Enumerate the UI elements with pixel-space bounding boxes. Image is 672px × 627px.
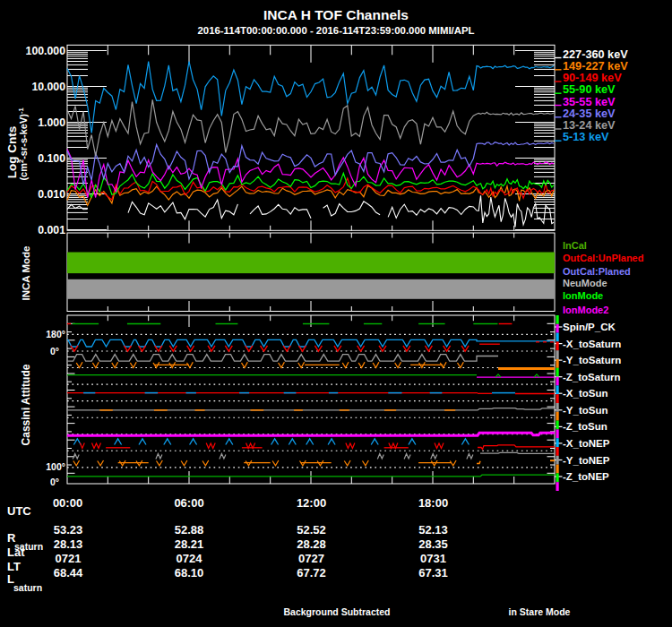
svg-text:0727: 0727	[298, 552, 324, 565]
svg-text:INCA Mode: INCA Mode	[21, 246, 31, 301]
svg-text:(cm2-sr-s-keV)-1: (cm2-sr-s-keV)-1	[17, 107, 29, 180]
svg-text:IonMode2: IonMode2	[563, 305, 608, 315]
svg-text:in Stare Mode: in Stare Mode	[509, 606, 571, 617]
svg-text:00:00: 00:00	[53, 496, 82, 510]
svg-text:-Y_toNEP: -Y_toNEP	[563, 455, 610, 466]
svg-text:227-360 keV: 227-360 keV	[563, 48, 628, 61]
svg-text:LT: LT	[7, 560, 21, 573]
svg-text:-Y_toSaturn: -Y_toSaturn	[563, 355, 621, 365]
svg-text:180°: 180°	[46, 329, 65, 339]
svg-text:100.000: 100.000	[26, 45, 66, 57]
svg-text:12:00: 12:00	[297, 496, 326, 510]
svg-text:Spin/P_CK: Spin/P_CK	[563, 322, 616, 332]
svg-text:0721: 0721	[56, 552, 82, 565]
svg-text:2016-114T00:00:00.000 - 2016-1: 2016-114T00:00:00.000 - 2016-114T23:59:0…	[197, 25, 474, 36]
svg-text:67.31: 67.31	[418, 566, 448, 580]
svg-text:-Y_toSun: -Y_toSun	[563, 405, 607, 416]
svg-text:1.000: 1.000	[38, 116, 65, 129]
svg-text:52.88: 52.88	[175, 523, 204, 537]
svg-text:-Z_toSun: -Z_toSun	[563, 421, 607, 432]
svg-text:Log Cnts: Log Cnts	[5, 126, 19, 179]
svg-text:55-90 keV: 55-90 keV	[563, 83, 616, 96]
svg-text:Background Subtracted: Background Subtracted	[283, 606, 390, 617]
svg-text:28.21: 28.21	[175, 537, 204, 551]
svg-text:13-24 keV: 13-24 keV	[563, 119, 616, 132]
svg-text:35-55 keV: 35-55 keV	[563, 96, 616, 108]
svg-text:INCA H TOF Channels: INCA H TOF Channels	[263, 7, 409, 22]
svg-text:18:00: 18:00	[418, 496, 448, 510]
svg-text:Lat: Lat	[7, 545, 25, 559]
svg-text:0724: 0724	[177, 552, 203, 565]
svg-text:68.44: 68.44	[54, 566, 83, 580]
svg-text:5-13 keV: 5-13 keV	[563, 131, 609, 143]
svg-text:28.35: 28.35	[418, 537, 448, 551]
svg-text:53.23: 53.23	[54, 523, 83, 537]
svg-text:OutCal:UnPlaned: OutCal:UnPlaned	[563, 253, 643, 263]
svg-text:28.13: 28.13	[54, 537, 83, 551]
svg-text:UTC: UTC	[7, 504, 31, 518]
svg-text:0°: 0°	[50, 346, 59, 356]
svg-text:68.10: 68.10	[175, 566, 204, 580]
svg-text:52.52: 52.52	[297, 523, 326, 537]
svg-text:NeuMode: NeuMode	[563, 278, 607, 288]
svg-text:0.001: 0.001	[38, 224, 65, 236]
svg-text:0731: 0731	[420, 552, 446, 565]
svg-text:-X_toSaturn: -X_toSaturn	[563, 339, 621, 349]
svg-text:0.100: 0.100	[38, 152, 65, 165]
svg-text:-X_toSun: -X_toSun	[563, 388, 607, 399]
svg-text:IonMode: IonMode	[563, 290, 603, 301]
svg-text:10.000: 10.000	[31, 81, 65, 93]
svg-text:-Z_toNEP: -Z_toNEP	[563, 471, 609, 482]
svg-text:24-35 keV: 24-35 keV	[563, 107, 616, 120]
svg-text:OutCal:Planed: OutCal:Planed	[563, 266, 631, 277]
svg-text:saturn: saturn	[13, 582, 42, 593]
svg-text:0.010: 0.010	[38, 188, 65, 201]
svg-text:67.72: 67.72	[297, 566, 326, 580]
svg-text:100°: 100°	[46, 461, 65, 472]
svg-text:InCal: InCal	[563, 240, 587, 251]
svg-text:06:00: 06:00	[174, 496, 203, 510]
svg-text:52.13: 52.13	[418, 523, 448, 537]
svg-text:-X_toNEP: -X_toNEP	[563, 438, 610, 449]
svg-text:-Z_toSaturn: -Z_toSaturn	[563, 372, 621, 382]
svg-text:Cassini Attitude: Cassini Attitude	[20, 364, 32, 445]
svg-text:90-149 keV: 90-149 keV	[563, 72, 622, 84]
svg-text:28.28: 28.28	[297, 537, 326, 551]
svg-text:149-227 keV: 149-227 keV	[563, 60, 628, 73]
svg-text:0°: 0°	[50, 477, 59, 487]
